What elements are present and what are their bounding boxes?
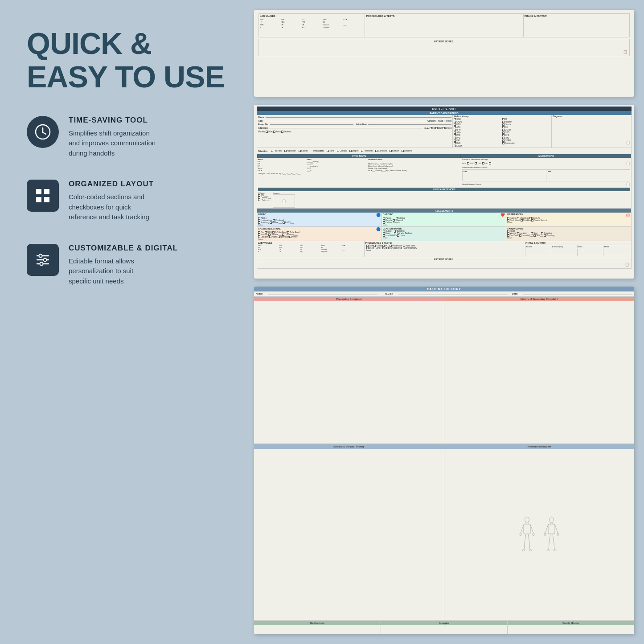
lab-values-label: LAB VALUES [260, 15, 364, 17]
lab-values-label-2: LAB VALUES [258, 242, 363, 244]
svg-rect-4 [36, 189, 41, 194]
main-title: QUICK & EASY TO USE [27, 27, 227, 94]
allergies-header: Allergies [381, 621, 508, 625]
svg-point-34 [544, 533, 546, 535]
card-patient-history: PATIENT HISTORY Name: D.O.B.: Date: Pres… [254, 287, 634, 634]
svg-line-23 [528, 534, 529, 543]
feature-organized-heading: ORGANIZED LAYOUT [69, 180, 154, 189]
lines-devices-header: LINES AND DEVICES [258, 188, 630, 191]
vital-signs-header: VITAL SIGNS [257, 154, 461, 158]
anatomical-diagram-header: Anatomical Diagram [444, 444, 634, 449]
date-label: Date: [512, 292, 518, 295]
svg-point-28 [550, 517, 554, 522]
intake-output-label-2: INTAKE & OUTPUT: [525, 242, 630, 244]
nurse-report-header: NURSE REPORT [257, 107, 632, 111]
svg-rect-5 [44, 189, 49, 194]
svg-point-35 [557, 533, 559, 535]
sliders-icon-container [27, 244, 59, 276]
feature-time-saving-heading: TIME-SAVING TOOL [69, 116, 156, 125]
svg-line-22 [525, 534, 526, 543]
svg-line-19 [530, 525, 533, 533]
svg-point-3 [42, 131, 44, 133]
clock-icon [34, 123, 51, 140]
patient-info-row: Name: D.O.B.: Date: [254, 291, 634, 296]
procedures-label-2: PROCEDURES & TESTS: [365, 242, 523, 244]
feature-organized-text: ORGANIZED LAYOUT Color-coded sections an… [69, 180, 154, 222]
svg-line-25 [529, 543, 530, 550]
svg-line-32 [545, 525, 548, 533]
svg-point-13 [40, 262, 43, 265]
svg-rect-17 [524, 524, 530, 534]
patient-notes-label-2: PATIENT NOTES: [258, 258, 630, 261]
card-nurse-report: NURSE REPORT PATIENT BACKGROUND Name: Ag… [254, 105, 634, 279]
body-front-diagram [519, 517, 535, 552]
feature-time-saving: TIME-SAVING TOOL Simplifies shift organi… [27, 116, 227, 159]
procedures-label: PROCEDURES & TESTS: [366, 15, 522, 17]
assessments-header: ASSESSMENTS [257, 209, 631, 213]
svg-line-18 [521, 525, 524, 533]
medications-bottom-header: Medications [254, 621, 381, 625]
svg-point-41 [554, 550, 556, 551]
feature-customizable-desc: Editable format allows personalization t… [69, 256, 178, 287]
svg-line-37 [553, 534, 554, 543]
clock-icon-container [27, 116, 59, 148]
left-panel: QUICK & EASY TO USE TIME-SAVING TOOL Sim… [0, 0, 250, 644]
feature-customizable-text: CUSTOMIZABLE & DIGITAL Editable format a… [69, 244, 178, 287]
body-back-diagram [544, 517, 559, 552]
intake-output-label: INTAKE & OUTPUT: [525, 15, 628, 17]
medical-surgical-header: Medical & Surgical History [254, 444, 444, 449]
presenting-complaint-header: Presenting Complaint [254, 297, 444, 301]
svg-point-11 [39, 254, 42, 257]
feature-customizable-heading: CUSTOMIZABLE & DIGITAL [69, 244, 178, 253]
medications-header: MEDICATIONS [461, 154, 631, 158]
svg-point-20 [520, 533, 521, 535]
family-history-header: Family History [508, 621, 634, 625]
history-presenting-header: History of Presenting Complaint [444, 297, 634, 301]
patient-notes-label-1: PATIENT NOTES: [260, 40, 628, 43]
right-panel: LAB VALUES WBCWBCPLTPlatsCO₂ HTRBCPTTINI… [250, 0, 644, 644]
patient-background-header: PATIENT BACKGROUND [257, 111, 632, 115]
feature-customizable: CUSTOMIZABLE & DIGITAL Editable format a… [27, 244, 227, 287]
svg-rect-6 [36, 197, 41, 202]
svg-line-38 [549, 543, 549, 550]
patient-history-title: PATIENT HISTORY [254, 287, 634, 291]
feature-time-saving-desc: Simplifies shift organization and improv… [69, 128, 156, 159]
svg-point-14 [525, 517, 529, 522]
svg-line-39 [554, 543, 554, 550]
svg-line-24 [524, 543, 525, 550]
svg-point-27 [529, 550, 532, 551]
svg-point-40 [547, 550, 550, 551]
svg-point-12 [44, 258, 47, 261]
svg-line-36 [549, 534, 550, 543]
svg-rect-7 [44, 197, 49, 202]
feature-organized: ORGANIZED LAYOUT Color-coded sections an… [27, 180, 227, 222]
card-top: LAB VALUES WBCWBCPLTPlatsCO₂ HTRBCPTTINI… [254, 10, 634, 97]
feature-organized-desc: Color-coded sections and checkboxes for … [69, 192, 154, 222]
grid-icon-container [27, 180, 59, 212]
svg-point-21 [533, 533, 534, 535]
feature-time-saving-text: TIME-SAVING TOOL Simplifies shift organi… [69, 116, 156, 159]
sliders-icon [33, 250, 52, 269]
svg-point-26 [522, 550, 525, 551]
svg-rect-31 [548, 524, 555, 534]
dob-label: D.O.B.: [386, 292, 393, 295]
name-label: Name: [256, 292, 263, 295]
grid-icon [33, 186, 52, 205]
svg-line-33 [555, 525, 558, 533]
